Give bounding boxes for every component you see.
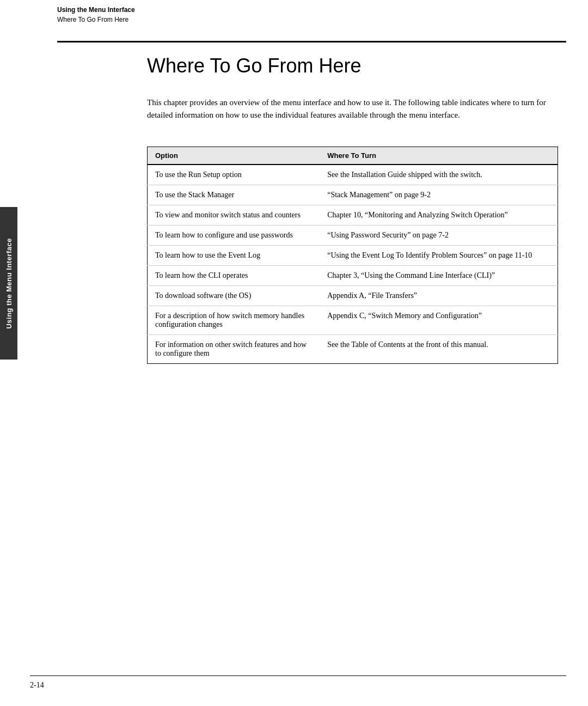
header-area: Using the Menu Interface Where To Go Fro… (57, 4, 566, 24)
table-header-option: Option (148, 147, 320, 165)
table-cell-where: “Using Password Security” on page 7-2 (320, 225, 558, 245)
page: Using the Menu Interface Using the Menu … (0, 0, 588, 706)
table-cell-option: To use the Stack Manager (148, 185, 320, 205)
table-cell-where: Chapter 10, “Monitoring and Analyzing Sw… (320, 205, 558, 225)
table-cell-option: To learn how to use the Event Log (148, 245, 320, 265)
table-cell-option: For a description of how switch memory h… (148, 306, 320, 334)
page-number: 2-14 (30, 681, 44, 690)
table-row: To use the Stack Manager“Stack Managemen… (148, 185, 558, 205)
table-row: To download software (the OS)Appendix A,… (148, 285, 558, 306)
table-cell-where: Appendix C, “Switch Memory and Configura… (320, 306, 558, 334)
table-cell-option: To use the Run Setup option (148, 165, 320, 185)
table-row: To use the Run Setup optionSee the Insta… (148, 165, 558, 185)
table-row: For a description of how switch memory h… (148, 306, 558, 334)
page-title: Where To Go From Here (147, 54, 558, 77)
table-cell-option: To learn how to configure and use passwo… (148, 225, 320, 245)
table-row: To learn how to configure and use passwo… (148, 225, 558, 245)
main-content: Where To Go From Here This chapter provi… (147, 49, 558, 364)
table-cell-where: “Using the Event Log To Identify Problem… (320, 245, 558, 265)
breadcrumb-section: Where To Go From Here (57, 16, 128, 23)
table-header-where: Where To Turn (320, 147, 558, 165)
breadcrumb: Using the Menu Interface Where To Go Fro… (57, 4, 566, 24)
table-cell-option: For information on other switch features… (148, 334, 320, 363)
header-rule (57, 41, 566, 42)
table-cell-option: To download software (the OS) (148, 285, 320, 306)
table-header-row: Option Where To Turn (148, 147, 558, 165)
sidebar-tab: Using the Menu Interface (0, 207, 17, 360)
table-cell-option: To learn how the CLI operates (148, 265, 320, 285)
table-cell-option: To view and monitor switch status and co… (148, 205, 320, 225)
table-row: For information on other switch features… (148, 334, 558, 363)
table-cell-where: See the Table of Contents at the front o… (320, 334, 558, 363)
table-row: To view and monitor switch status and co… (148, 205, 558, 225)
footer-rule (30, 675, 566, 676)
table-cell-where: Chapter 3, “Using the Command Line Inter… (320, 265, 558, 285)
sidebar-tab-label: Using the Menu Interface (5, 238, 13, 329)
table-row: To learn how to use the Event Log“Using … (148, 245, 558, 265)
table-cell-where: Appendix A, “File Transfers” (320, 285, 558, 306)
table-row: To learn how the CLI operatesChapter 3, … (148, 265, 558, 285)
breadcrumb-chapter: Using the Menu Interface (57, 6, 135, 14)
table-cell-where: “Stack Management” on page 9-2 (320, 185, 558, 205)
reference-table: Option Where To Turn To use the Run Setu… (147, 147, 558, 364)
table-cell-where: See the Installation Guide shipped with … (320, 165, 558, 185)
intro-paragraph: This chapter provides an overview of the… (147, 96, 558, 122)
